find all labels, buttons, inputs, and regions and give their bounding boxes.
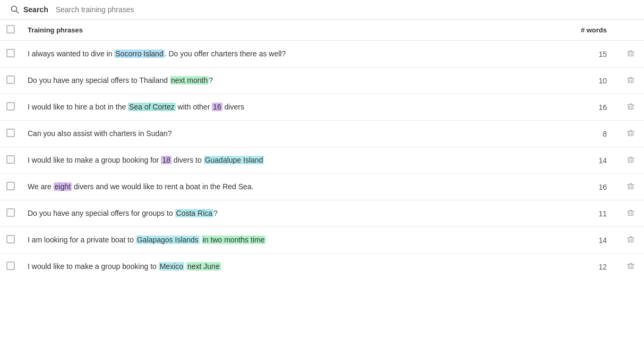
- row-checkbox[interactable]: [6, 102, 15, 111]
- row-word-count: 15: [564, 41, 617, 68]
- row-checkbox-cell: [0, 254, 21, 280]
- table-row: I always wanted to dive in Socorro Islan…: [0, 41, 644, 68]
- svg-rect-22: [629, 184, 633, 189]
- row-checkbox[interactable]: [6, 49, 15, 57]
- row-checkbox[interactable]: [6, 129, 15, 137]
- header-action: [617, 20, 644, 41]
- row-phrase: I would like to make a group booking for…: [21, 147, 564, 174]
- row-phrase: We are eight divers and we would like to…: [21, 174, 564, 200]
- row-checkbox[interactable]: [6, 155, 15, 164]
- row-checkbox-cell: [0, 121, 21, 147]
- svg-rect-34: [629, 264, 633, 268]
- header-words: # words: [564, 20, 617, 41]
- table-row: Can you also assist with charters in Sud…: [0, 121, 644, 147]
- row-checkbox[interactable]: [6, 75, 15, 84]
- svg-rect-6: [629, 78, 633, 82]
- row-checkbox-cell: [0, 147, 21, 174]
- row-word-count: 8: [564, 121, 617, 147]
- table-row: I am looking for a private boat to Galap…: [0, 227, 644, 254]
- row-delete-cell: [617, 200, 644, 227]
- delete-button[interactable]: [626, 234, 636, 244]
- row-phrase: I would like to hire a bot in the Sea of…: [21, 94, 564, 121]
- table-row: I would like to hire a bot in the Sea of…: [0, 94, 644, 121]
- search-label: Search: [23, 5, 48, 14]
- svg-line-1: [16, 11, 19, 13]
- row-checkbox-cell: [0, 200, 21, 227]
- search-input[interactable]: [56, 5, 633, 14]
- search-icon: [11, 5, 19, 14]
- svg-rect-10: [629, 105, 633, 109]
- row-word-count: 14: [564, 147, 617, 174]
- row-delete-cell: [617, 94, 644, 121]
- delete-button[interactable]: [626, 48, 636, 58]
- table-row: We are eight divers and we would like to…: [0, 174, 644, 200]
- row-checkbox-cell: [0, 94, 21, 121]
- delete-button[interactable]: [626, 75, 636, 85]
- row-phrase: Do you have any special offers for group…: [21, 200, 564, 227]
- row-delete-cell: [617, 174, 644, 200]
- delete-button[interactable]: [626, 155, 636, 164]
- row-delete-cell: [617, 68, 644, 94]
- row-delete-cell: [617, 41, 644, 68]
- row-word-count: 16: [564, 174, 617, 200]
- svg-rect-26: [629, 211, 633, 215]
- header-checkbox[interactable]: [6, 25, 15, 33]
- row-word-count: 14: [564, 227, 617, 254]
- row-checkbox[interactable]: [6, 208, 15, 217]
- row-checkbox-cell: [0, 68, 21, 94]
- row-delete-cell: [617, 147, 644, 174]
- delete-button[interactable]: [626, 181, 636, 191]
- training-phrases-table: Training phrases # words I always wanted…: [0, 20, 644, 280]
- delete-button[interactable]: [626, 128, 636, 138]
- header-checkbox-col: [0, 20, 21, 41]
- row-checkbox-cell: [0, 174, 21, 200]
- row-phrase: I am looking for a private boat to Galap…: [21, 227, 564, 254]
- row-delete-cell: [617, 121, 644, 147]
- row-checkbox[interactable]: [6, 235, 15, 243]
- svg-rect-18: [629, 158, 633, 162]
- row-delete-cell: [617, 254, 644, 280]
- table-row: I would like to make a group booking to …: [0, 254, 644, 280]
- table-header-row: Training phrases # words: [0, 20, 644, 41]
- row-word-count: 10: [564, 68, 617, 94]
- delete-button[interactable]: [626, 102, 636, 111]
- row-word-count: 12: [564, 254, 617, 280]
- row-checkbox-cell: [0, 41, 21, 68]
- row-word-count: 16: [564, 94, 617, 121]
- svg-rect-14: [629, 131, 633, 136]
- svg-rect-30: [629, 238, 633, 242]
- row-word-count: 11: [564, 200, 617, 227]
- row-phrase: Do you have any special offers to Thaila…: [21, 68, 564, 94]
- row-checkbox[interactable]: [6, 182, 15, 190]
- table-row: Do you have any special offers for group…: [0, 200, 644, 227]
- table-row: I would like to make a group booking for…: [0, 147, 644, 174]
- row-checkbox[interactable]: [6, 262, 15, 270]
- svg-rect-2: [629, 52, 633, 56]
- header-phrase: Training phrases: [21, 20, 564, 41]
- delete-button[interactable]: [626, 208, 636, 217]
- row-checkbox-cell: [0, 227, 21, 254]
- delete-button[interactable]: [626, 261, 636, 271]
- row-phrase: I would like to make a group booking to …: [21, 254, 564, 280]
- row-phrase: Can you also assist with charters in Sud…: [21, 121, 564, 147]
- row-delete-cell: [617, 227, 644, 254]
- table-row: Do you have any special offers to Thaila…: [0, 68, 644, 94]
- search-bar: Search: [0, 0, 644, 20]
- row-phrase: I always wanted to dive in Socorro Islan…: [21, 41, 564, 68]
